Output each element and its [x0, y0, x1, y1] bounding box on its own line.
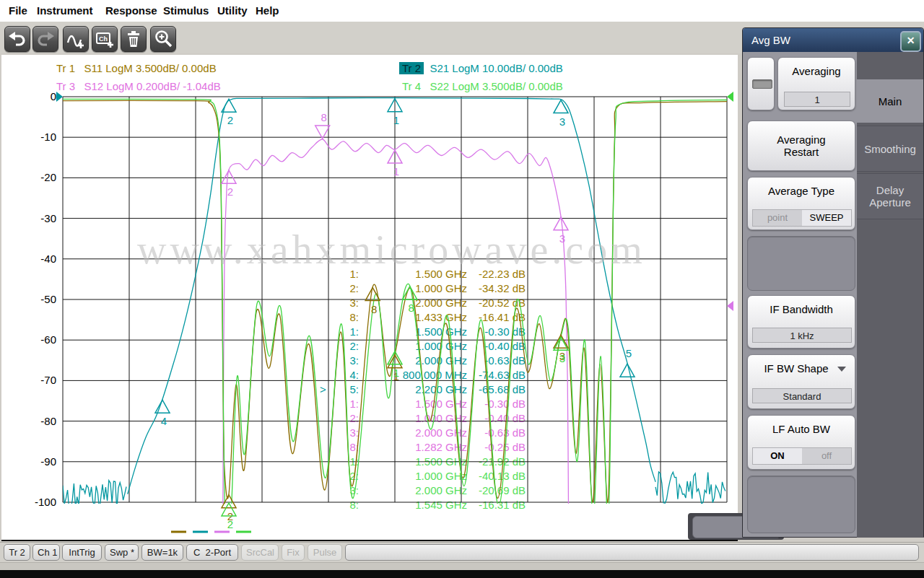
svg-text:Ch: Ch [99, 35, 108, 43]
add-channel-button[interactable]: Ch [92, 26, 118, 52]
trace-label-tr3[interactable]: Tr 3 S12 LogM 0.200dB/ -1.04dB [53, 80, 221, 92]
readout-marker-number: 4: [330, 369, 359, 381]
y-axis-tick--60: -60 [6, 333, 56, 346]
tab-smoothing[interactable]: Smoothing [857, 126, 923, 172]
averaging-value[interactable]: 1 [784, 92, 850, 107]
add-trace-button[interactable] [63, 26, 89, 52]
menu-instrument[interactable]: Instrument [34, 3, 96, 18]
readout-marker-value: -20.52 dB [463, 297, 526, 309]
readout-marker-number: 2: [330, 470, 359, 482]
calibration-status-button[interactable]: C 2-Port [186, 544, 238, 561]
empty-panel-slot-1 [747, 236, 855, 291]
status-taskbar: Tr 2Ch 1IntTrigSwp *BW=1kC 2-PortSrcCalF… [0, 542, 924, 563]
readout-marker-number: 3: [330, 297, 359, 309]
trace-label-tr1[interactable]: Tr 1 S11 LogM 3.500dB/ 0.00dB [53, 62, 217, 74]
readout-marker-value: -16.31 dB [463, 499, 526, 511]
readout-marker-frequency: 2.000 GHz [361, 354, 467, 367]
averaging-toggle-button[interactable] [747, 57, 775, 110]
avg-bw-panel: Avg BW ✕ Main Smoothing Delay Aperture A… [742, 27, 924, 538]
readout-marker-frequency: 1.545 GHz [361, 499, 467, 511]
status-spacer-button[interactable] [345, 544, 919, 561]
plot-area: Tr 1 S11 LogM 3.500dB/ 0.00dBTr 2 S21 Lo… [1, 55, 738, 541]
readout-marker-number: 1: [330, 268, 359, 280]
active-marker-arrow: > [320, 383, 326, 395]
pulse-status-button[interactable]: Pulse [308, 544, 342, 561]
trace-label-tr2[interactable]: Tr 2 S21 LogM 10.00dB/ 0.00dB [399, 62, 563, 74]
readout-marker-value: -0.30 dB [463, 398, 526, 410]
sweep-status-button[interactable]: Swp * [105, 544, 139, 561]
lf-auto-bw-on-option[interactable]: ON [753, 448, 802, 464]
if-bandwidth-value[interactable]: 1 kHz [752, 328, 852, 343]
readout-marker-frequency: 1.500 GHz [361, 325, 467, 338]
readout-marker-frequency: 800.000 MHz [361, 369, 467, 381]
trace-id-badge: Tr 3 [53, 80, 78, 92]
averaging-label: Averaging [778, 65, 855, 77]
average-type-button[interactable]: Average Type point SWEEP [747, 177, 855, 230]
chevron-down-icon [837, 367, 846, 372]
bandwidth-status-button[interactable]: BW=1k [141, 544, 183, 561]
readout-marker-frequency: 2.200 GHz [361, 383, 467, 395]
readout-marker-frequency: 1.000 GHz [361, 340, 467, 352]
readout-marker-value: -0.63 dB [463, 354, 526, 367]
empty-panel-slot-2 [747, 476, 855, 533]
y-axis-tick--100: -100 [6, 496, 56, 508]
averaging-led-indicator [752, 79, 772, 89]
trace-format-label: S22 LogM 3.500dB/ 0.00dB [424, 80, 563, 92]
channel-status-button[interactable]: Ch 1 [32, 544, 60, 561]
average-type-sweep-option[interactable]: SWEEP [802, 210, 851, 226]
delete-button[interactable] [121, 26, 147, 52]
readout-marker-number: 3: [330, 354, 359, 367]
readout-marker-frequency: 2.000 GHz [361, 426, 467, 439]
average-type-label: Average Type [748, 185, 855, 197]
fixture-status-button[interactable]: Fix [282, 544, 305, 561]
if-bw-shape-value[interactable]: Standard [752, 388, 852, 403]
averaging-restart-label: Averaging Restart [765, 133, 837, 158]
lf-auto-bw-button[interactable]: LF Auto BW ON off [747, 415, 855, 470]
y-axis-tick--30: -30 [6, 212, 56, 224]
readout-marker-number: 8: [330, 311, 359, 323]
srccal-status-button[interactable]: SrcCal [241, 544, 279, 561]
close-icon[interactable]: ✕ [900, 31, 921, 52]
readout-marker-value: -22.23 dB [463, 268, 526, 280]
menu-response[interactable]: Response [103, 3, 160, 18]
trace-status-button[interactable]: Tr 2 [4, 544, 30, 561]
panel-tab-column: Main Smoothing Delay Aperture [857, 52, 923, 538]
trace-label-tr4[interactable]: Tr 4 S22 LogM 3.500dB/ 0.00dB [399, 80, 563, 92]
y-axis-tick--20: -20 [6, 171, 56, 183]
readout-marker-value: -0.30 dB [463, 325, 526, 338]
readout-marker-value: -74.63 dB [463, 369, 526, 381]
trace-format-label: S12 LogM 0.200dB/ -1.04dB [78, 80, 221, 92]
menu-file[interactable]: File [6, 3, 30, 18]
averaging-restart-button[interactable]: Averaging Restart [747, 121, 855, 171]
readout-marker-value: -65.68 dB [463, 383, 526, 395]
panel-title: Avg BW [743, 28, 923, 52]
if-bw-shape-button[interactable]: IF BW Shape Standard [747, 354, 855, 409]
menu-utility[interactable]: Utility [214, 3, 250, 18]
readout-marker-number: 1: [330, 398, 359, 410]
trigger-status-button[interactable]: IntTrig [62, 544, 102, 561]
if-bandwidth-label: IF Bandwidth [748, 303, 855, 315]
readout-marker-value: -40.13 dB [463, 470, 526, 482]
readout-marker-number: 8: [330, 499, 359, 511]
menu-help[interactable]: Help [253, 3, 282, 18]
menu-stimulus[interactable]: Stimulus [160, 3, 212, 18]
delete-icon [123, 28, 144, 50]
tab-main[interactable]: Main [857, 79, 923, 123]
if-bandwidth-button[interactable]: IF Bandwidth 1 kHz [747, 295, 855, 349]
averaging-button[interactable]: Averaging 1 [777, 57, 855, 110]
undo-button[interactable] [4, 26, 30, 52]
lf-auto-bw-off-option[interactable]: off [802, 448, 851, 464]
readout-marker-number: 8: [330, 441, 359, 453]
zoom-button[interactable] [150, 26, 176, 52]
tab-delay-aperture[interactable]: Delay Aperture [857, 173, 923, 219]
average-type-point-option[interactable]: point [753, 210, 802, 226]
readout-marker-value: -0.63 dB [463, 426, 526, 439]
readout-marker-frequency: 1.500 GHz [361, 398, 467, 410]
readout-marker-number: 2: [330, 412, 359, 424]
readout-marker-frequency: 1.000 GHz [361, 282, 467, 294]
readout-marker-frequency: 2.000 GHz [361, 297, 467, 309]
readout-marker-number: 1: [330, 325, 359, 338]
readout-marker-value: -0.40 dB [463, 412, 526, 424]
y-axis-tick--70: -70 [6, 374, 56, 386]
readout-marker-number: 2: [330, 340, 359, 352]
